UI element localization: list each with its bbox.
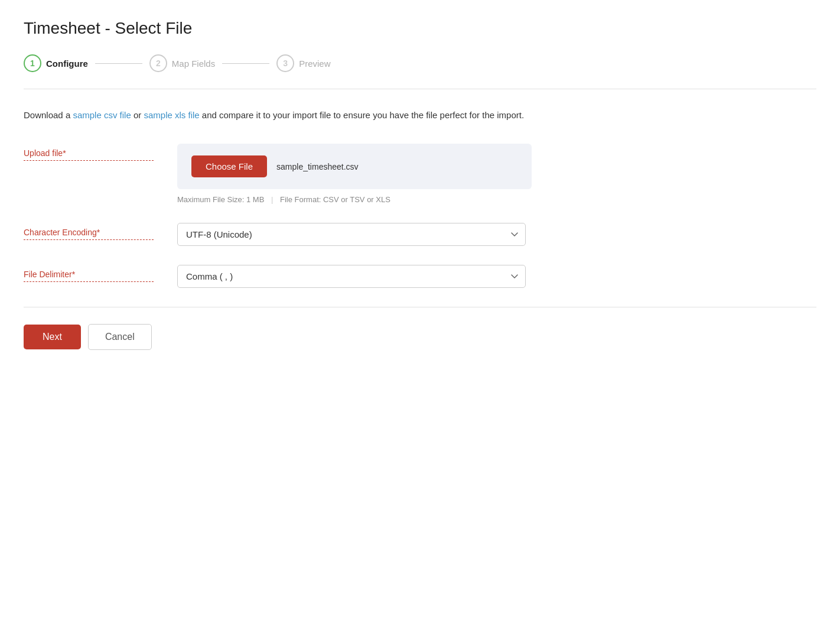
step-1: 1 Configure xyxy=(24,54,88,72)
encoding-label: Character Encoding* xyxy=(24,223,154,240)
stepper-line-1 xyxy=(95,63,142,64)
top-divider xyxy=(24,89,816,89)
csv-link[interactable]: sample csv file xyxy=(73,110,131,120)
delimiter-row: File Delimiter* Comma ( , ) Tab (\t) Sem… xyxy=(24,265,816,288)
file-hint: Maximum File Size: 1 MB | File Format: C… xyxy=(177,195,532,204)
page-title: Timesheet - Select File xyxy=(24,19,816,38)
next-button[interactable]: Next xyxy=(24,325,81,349)
stepper-line-2 xyxy=(222,63,269,64)
encoding-row: Character Encoding* UTF-8 (Unicode) ISO-… xyxy=(24,223,816,246)
choose-file-button[interactable]: Choose File xyxy=(191,155,267,177)
step-2: 2 Map Fields xyxy=(149,54,215,72)
step-3-circle: 3 xyxy=(276,54,294,72)
actions-bar: Next Cancel xyxy=(24,324,816,350)
step-3: 3 Preview xyxy=(276,54,330,72)
step-1-circle: 1 xyxy=(24,54,41,72)
encoding-select[interactable]: UTF-8 (Unicode) ISO-8859-1 (Latin-1) Win… xyxy=(177,223,526,246)
step-1-label: Configure xyxy=(46,59,88,69)
step-2-label: Map Fields xyxy=(172,59,215,69)
upload-file-control: Choose File sample_timesheet.csv Maximum… xyxy=(177,144,532,204)
file-upload-box: Choose File sample_timesheet.csv xyxy=(177,144,532,189)
upload-file-label: Upload file* xyxy=(24,144,154,161)
step-3-label: Preview xyxy=(299,59,330,69)
delimiter-select[interactable]: Comma ( , ) Tab (\t) Semicolon ( ; ) Pip… xyxy=(177,265,526,288)
cancel-button[interactable]: Cancel xyxy=(88,324,152,350)
xls-link[interactable]: sample xls file xyxy=(144,110,199,120)
bottom-divider xyxy=(24,307,816,307)
delimiter-control: Comma ( , ) Tab (\t) Semicolon ( ; ) Pip… xyxy=(177,265,532,288)
upload-file-row: Upload file* Choose File sample_timeshee… xyxy=(24,144,816,204)
file-name-display: sample_timesheet.csv xyxy=(276,162,359,171)
delimiter-label: File Delimiter* xyxy=(24,265,154,282)
stepper: 1 Configure 2 Map Fields 3 Preview xyxy=(24,54,816,72)
description-text: Download a sample csv file or sample xls… xyxy=(24,108,816,122)
step-2-circle: 2 xyxy=(149,54,167,72)
encoding-control: UTF-8 (Unicode) ISO-8859-1 (Latin-1) Win… xyxy=(177,223,532,246)
